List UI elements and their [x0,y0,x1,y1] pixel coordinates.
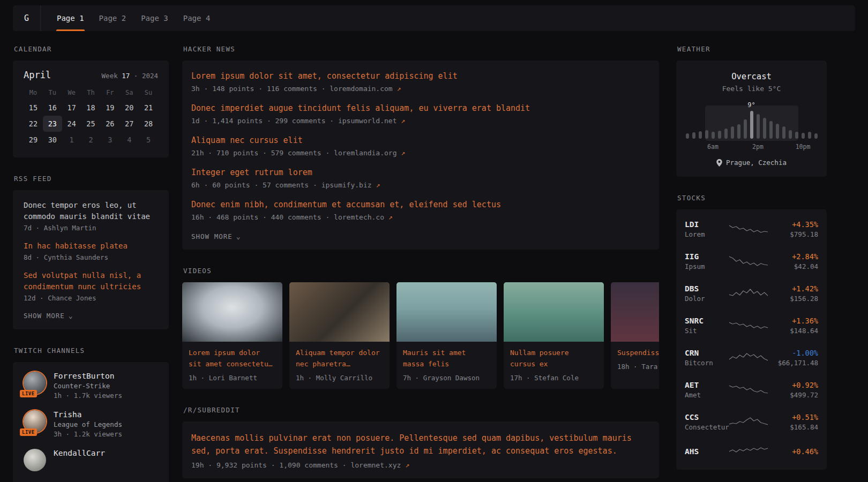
rss-show-more-button[interactable]: SHOW MORE⌄ [24,312,73,320]
stock-row[interactable]: IIGIpsum +2.84%$42.04 [685,245,818,277]
tab-page-4[interactable]: Page 4 [176,5,218,31]
stock-change: +0.92% [768,381,818,389]
channel-name[interactable]: ForrestBurton [54,372,122,380]
stock-price: $66,171.48 [768,359,818,367]
stock-row[interactable]: CRNBitcorn -1.00%$66,171.48 [685,342,818,374]
twitch-channel[interactable]: KendallCarr [24,449,158,473]
stock-symbol: CRN [685,349,729,357]
calendar-day: 18 [81,100,101,116]
video-thumbnail[interactable] [182,282,282,342]
video-card[interactable]: Mauris sit amet massa felis 7h · Grayson… [396,282,497,389]
rss-item-meta: 12d · Chance Jones [24,294,158,302]
stock-row[interactable]: LDILorem +4.35%$795.18 [685,213,818,245]
weather-chart: 9° 6am 2pm 10pm [686,101,818,150]
channel-avatar [24,449,46,471]
calendar-day: 25 [81,116,101,132]
calendar-day-next-month: 3 [100,132,119,148]
stock-price: $499.72 [768,391,818,399]
videos-section-title: VIDEOS [183,267,659,275]
hn-item-title[interactable]: Aliquam nec cursus elit [191,135,650,146]
stock-symbol: CCS [685,413,729,421]
hn-item: Lorem ipsum dolor sit amet, consectetur … [191,71,650,93]
hn-item-title[interactable]: Donec imperdiet augue tincidunt felis al… [191,103,650,114]
video-title[interactable]: Lorem ipsum dolor sit amet consectetu… [182,342,282,370]
rss-item-title[interactable]: Donec tempor eros leo, ut commodo mauris… [24,200,158,222]
weather-section: WEATHER Overcast Feels like 5°C 9° 6am 2… [676,45,827,177]
live-badge: LIVE [20,390,37,397]
video-meta: 18h · Tara [611,359,659,378]
video-card[interactable]: Lorem ipsum dolor sit amet consectetu… 1… [182,282,282,389]
hn-item-title[interactable]: Lorem ipsum dolor sit amet, consectetur … [191,71,650,82]
stock-symbol: DBS [685,284,729,293]
stock-row[interactable]: SNRCSit +1.36%$148.64 [685,310,818,342]
channel-name[interactable]: Trisha [54,410,122,419]
tab-page-2[interactable]: Page 2 [92,5,134,31]
rss-section: RSS FEED Donec tempor eros leo, ut commo… [13,175,169,329]
calendar-day: 30 [43,132,62,148]
twitch-channel[interactable]: LIVE Trisha League of Legends 3h · 1.2k … [24,410,158,438]
video-thumbnail[interactable] [611,282,659,342]
rss-item: Sed volutpat nulla nisl, a condimentum n… [24,270,158,302]
video-title[interactable]: Nullam posuere cursus ex [504,342,604,370]
rss-item-title[interactable]: Sed volutpat nulla nisl, a condimentum n… [24,270,158,292]
page-tabs: Page 1 Page 2 Page 3 Page 4 [49,5,218,31]
video-card[interactable]: Nullam posuere cursus ex 17h · Stefan Co… [504,282,604,389]
hn-item-title[interactable]: Integer eget rutrum lorem [191,167,650,178]
hn-item-title[interactable]: Donec enim nibh, condimentum et accumsan… [191,199,650,210]
stock-sparkline [729,254,768,268]
external-link-icon: ↗ [388,213,393,221]
hn-show-more-button[interactable]: SHOW MORE⌄ [191,232,241,240]
stock-price: $156.28 [768,295,818,303]
video-thumbnail[interactable] [289,282,390,342]
rss-item-title[interactable]: In hac habitasse platea [24,240,158,252]
tab-page-1[interactable]: Page 1 [49,5,92,31]
stock-row[interactable]: AETAmet +0.92%$499.72 [685,374,818,406]
stock-sparkline [729,415,768,429]
video-title[interactable]: Aliquam tempor dolor nec pharetra… [289,342,390,370]
channel-meta: 1h · 1.7k viewers [54,391,122,400]
calendar-day: 29 [24,132,43,148]
channel-name[interactable]: KendallCarr [54,449,105,457]
stock-change: -1.00% [768,349,818,357]
chevron-down-icon: ⌄ [69,312,73,320]
channel-game: Counter-Strike [54,382,122,390]
subreddit-section: /R/SUBREDDIT Maecenas mollis pulvinar er… [182,406,659,478]
stock-sparkline [729,319,768,333]
video-card[interactable]: Suspendisse diam 18h · Tara [611,282,659,389]
calendar-day: 16 [43,100,62,116]
stock-symbol: AHS [685,447,729,456]
stocks-card: LDILorem +4.35%$795.18 IIGIpsum +2.84%$4… [676,209,827,470]
rss-item-meta: 7d · Ashlyn Martin [24,224,158,232]
stock-name: Amet [685,391,729,399]
video-meta: 1h · Molly Carrillo [289,370,390,389]
stock-sparkline [729,222,768,236]
calendar-day: 20 [119,100,139,116]
calendar-month: April [24,70,51,80]
video-title[interactable]: Mauris sit amet massa felis [396,342,497,370]
video-thumbnail[interactable] [504,282,604,342]
calendar-section: CALENDAR April Week 17 · 2024 MoTuWeThFr… [13,45,169,157]
external-link-icon: ↗ [376,181,380,189]
channel-avatar-wrap: LIVE [24,410,46,435]
stock-change: +4.35% [768,220,818,229]
stock-symbol: AET [685,381,729,389]
stock-row[interactable]: DBSDolor +1.42%$156.28 [685,277,818,310]
channel-game: League of Legends [54,420,122,428]
weather-condition: Overcast [685,72,818,81]
twitch-channel[interactable]: LIVE ForrestBurton Counter-Strike 1h · 1… [24,372,158,400]
stock-sparkline [729,287,768,300]
stock-row[interactable]: AHS +0.46% [685,438,818,466]
stock-row[interactable]: CCSConsectetur +0.51%$165.84 [685,406,818,438]
app-logo: G [13,5,41,31]
subreddit-post-title[interactable]: Maecenas mollis pulvinar erat non posuer… [191,432,650,457]
channel-avatar-wrap: LIVE [24,372,46,396]
external-link-icon: ↗ [401,149,405,157]
video-thumbnail[interactable] [396,282,497,342]
video-title[interactable]: Suspendisse diam [611,342,659,359]
tab-page-3[interactable]: Page 3 [133,5,176,31]
weather-bars [686,109,818,139]
video-meta: 7h · Grayson Dawson [396,370,497,389]
rss-item: Donec tempor eros leo, ut commodo mauris… [24,200,158,232]
video-card[interactable]: Aliquam tempor dolor nec pharetra… 1h · … [289,282,390,389]
stocks-section: STOCKS LDILorem +4.35%$795.18 IIGIpsum +… [676,194,827,470]
